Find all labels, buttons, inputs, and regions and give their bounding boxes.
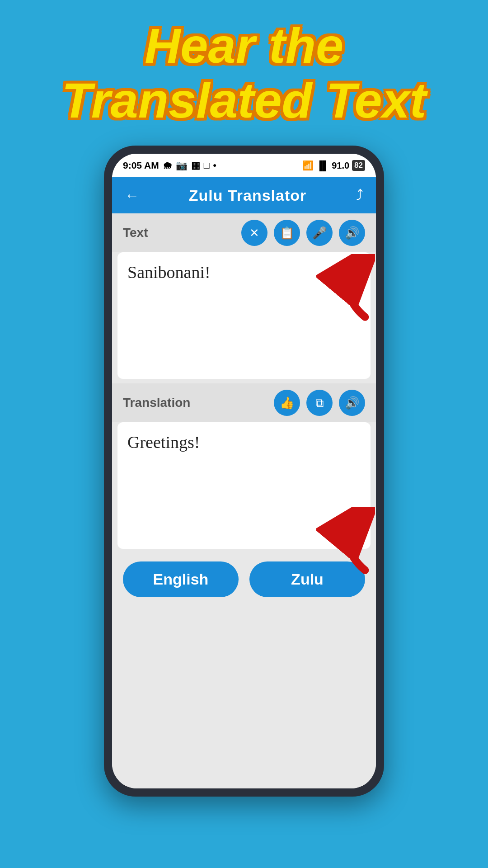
tts-button-text[interactable]: 🔊 xyxy=(339,220,365,246)
square-icon: □ xyxy=(204,160,210,171)
clear-button[interactable]: ✕ xyxy=(241,220,267,246)
camera-icon: 📷 xyxy=(176,160,188,171)
text-section-header: Text ✕ 📋 🎤 🔊 xyxy=(112,213,376,252)
headline: Hear the Translated Text xyxy=(44,18,445,127)
status-right: 📶 ▐▌ 91.0 82 xyxy=(302,160,365,171)
battery-indicator: 82 xyxy=(352,160,365,171)
copy-icon: ⧉ xyxy=(315,396,324,410)
grid-icon: ▦ xyxy=(191,160,200,171)
translated-text: Greetings! xyxy=(127,432,361,452)
paste-icon: 📋 xyxy=(280,226,294,240)
text-input-area[interactable]: Sanibonani! xyxy=(117,252,371,379)
signal2-icon: 91.0 xyxy=(332,160,349,171)
dot-icon: • xyxy=(213,160,216,171)
time-display: 9:05 AM xyxy=(123,160,159,171)
thumbsup-button[interactable]: 👍 xyxy=(274,390,300,416)
source-language-button[interactable]: English xyxy=(123,561,239,597)
wifi-icon: 📶 xyxy=(302,160,314,171)
target-language-button[interactable]: Zulu xyxy=(249,561,365,597)
text-label: Text xyxy=(123,226,148,240)
translation-action-icons: 👍 ⧉ 🔊 xyxy=(274,390,365,416)
status-left: 9:05 AM 🌧 📷 ▦ □ • xyxy=(123,160,216,171)
translation-section-header: Translation 👍 ⧉ 🔊 xyxy=(112,383,376,422)
signal-icon: ▐▌ xyxy=(316,160,329,171)
paste-button[interactable]: 📋 xyxy=(274,220,300,246)
share-button[interactable]: ⤴ xyxy=(356,187,363,204)
source-text: Sanibonani! xyxy=(127,262,361,282)
app-title: Zulu Translator xyxy=(189,187,307,204)
translation-output-area: Greetings! xyxy=(117,422,371,549)
translation-label: Translation xyxy=(123,396,190,410)
copy-button[interactable]: ⧉ xyxy=(306,390,333,416)
back-button[interactable]: ← xyxy=(125,187,139,204)
main-content: Text ✕ 📋 🎤 🔊 Sanibon xyxy=(112,213,376,788)
speaker-icon-text: 🔊 xyxy=(345,226,359,240)
clear-icon: ✕ xyxy=(249,226,259,240)
weather-icon: 🌧 xyxy=(163,160,172,171)
app-bar: ← Zulu Translator ⤴ xyxy=(112,177,376,213)
phone-mockup: 9:05 AM 🌧 📷 ▦ □ • 📶 ▐▌ 91.0 82 ← Zulu Tr… xyxy=(104,146,384,797)
text-action-icons: ✕ 📋 🎤 🔊 xyxy=(241,220,365,246)
thumbsup-icon: 👍 xyxy=(280,396,294,410)
mic-button[interactable]: 🎤 xyxy=(306,220,333,246)
tts-button-translation[interactable]: 🔊 xyxy=(339,390,365,416)
mic-icon: 🎤 xyxy=(312,226,327,240)
status-bar: 9:05 AM 🌧 📷 ▦ □ • 📶 ▐▌ 91.0 82 xyxy=(112,154,376,177)
speaker-icon-translation: 🔊 xyxy=(345,396,359,410)
language-selector-bar: English Zulu xyxy=(112,553,376,605)
